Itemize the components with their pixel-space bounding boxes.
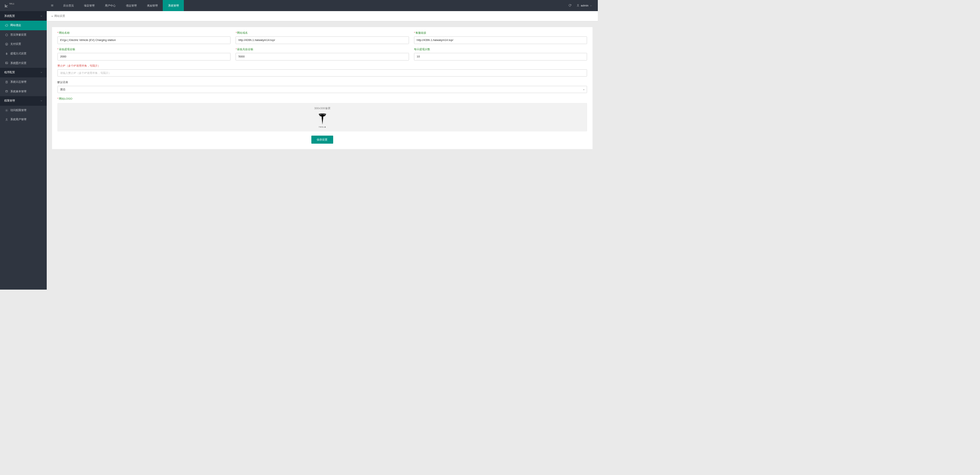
svg-point-3 xyxy=(578,5,579,6)
sidebar-group-program-config[interactable]: 程序配置 xyxy=(0,68,47,77)
nav-user[interactable]: 用户中心 xyxy=(100,0,121,11)
input-ban-ip[interactable] xyxy=(57,69,587,77)
sidebar-item-payment[interactable]: 支付设置 xyxy=(0,39,47,49)
label-logo: 网站LOGO xyxy=(59,97,72,100)
chevron-down-icon xyxy=(40,100,43,102)
sidebar-item-system-log[interactable]: 系统日志管理 xyxy=(0,77,47,87)
user-name: admin xyxy=(581,4,589,7)
label-site-name: 网站名称 xyxy=(59,31,70,34)
label-min-deposit: 最低充值金额 xyxy=(237,48,253,51)
settings-card: *网站名称 *网站域名 *客服链接 *最低提现金额 xyxy=(52,27,592,149)
label-ban-ip-hint: （多个IP请用半角，号隔开） xyxy=(65,64,100,67)
svg-rect-11 xyxy=(6,90,8,92)
sidebar-item-access-permission[interactable]: 访问权限管理 xyxy=(0,106,47,115)
nav-project[interactable]: 项目管理 xyxy=(79,0,100,11)
document-icon xyxy=(5,80,8,84)
svg-rect-8 xyxy=(6,81,8,83)
svg-rect-6 xyxy=(6,62,8,64)
select-lang[interactable]: 英语 ▾ xyxy=(57,86,587,93)
circle-icon xyxy=(5,33,8,37)
label-lang: 默认语言 xyxy=(57,80,68,84)
sidebar-group-permission[interactable]: 权限管理 xyxy=(0,96,47,106)
sidebar-item-popup[interactable]: 首页弹窗设置 xyxy=(0,30,47,40)
cloud-icon xyxy=(5,24,8,27)
breadcrumb: » 网站设置 xyxy=(47,11,598,21)
breadcrumb-sep: » xyxy=(51,15,53,18)
label-daily-withdraw: 每日提现次数 xyxy=(414,48,430,51)
user-menu[interactable]: admin xyxy=(576,4,592,7)
svg-point-14 xyxy=(6,119,7,120)
brand-version: TP5.3 xyxy=(9,3,14,5)
sidebar-item-site-info[interactable]: 网站信息 xyxy=(0,21,47,30)
top-nav: 后台首页 项目管理 用户中心 信息管理 奖励管理 系统管理 xyxy=(58,0,184,11)
sidebar-item-system-user[interactable]: 系统用户管理 xyxy=(0,115,47,124)
brand-name: lc xyxy=(5,3,8,8)
chevron-down-icon xyxy=(590,5,592,7)
select-lang-value: 英语 xyxy=(60,88,65,92)
nav-reward[interactable]: 奖励管理 xyxy=(142,0,163,11)
bitcoin-icon xyxy=(5,52,8,56)
user-icon xyxy=(576,4,580,7)
label-min-withdraw: 最低提现金额 xyxy=(59,48,75,51)
chevron-down-icon xyxy=(40,15,43,17)
save-button[interactable]: 保存设置 xyxy=(311,136,333,144)
chevron-down-icon: ▾ xyxy=(583,88,584,91)
input-min-deposit[interactable] xyxy=(236,53,409,61)
sidebar-item-system-image[interactable]: 系统图片设置 xyxy=(0,58,47,68)
nav-system[interactable]: 系统管理 xyxy=(163,0,184,11)
svg-point-13 xyxy=(7,110,7,111)
label-ban-ip: 禁止IP xyxy=(57,64,65,67)
logo-upload-area: 300x300像素 TESLA xyxy=(57,103,587,131)
yen-icon xyxy=(5,43,8,46)
input-site-name[interactable] xyxy=(57,36,231,44)
sidebar: 系统配置 网站信息 首页弹窗设置 支付设置 提现方式设置 系统图片设置 程序配置 xyxy=(0,11,47,290)
brand-logo: lc TP5.3 xyxy=(0,3,47,8)
input-min-withdraw[interactable] xyxy=(57,53,231,61)
sidebar-item-system-menu[interactable]: 系统菜单管理 xyxy=(0,87,47,96)
gear-icon xyxy=(5,109,8,112)
logo-size-hint: 300x300像素 xyxy=(314,106,330,110)
calendar-icon xyxy=(5,90,8,93)
image-icon xyxy=(5,61,8,65)
input-daily-withdraw[interactable] xyxy=(414,53,587,61)
sidebar-item-withdraw-method[interactable]: 提现方式设置 xyxy=(0,49,47,59)
chevron-down-icon xyxy=(40,71,43,74)
label-site-domain: 网站域名 xyxy=(237,31,248,34)
nav-info[interactable]: 信息管理 xyxy=(121,0,142,11)
user-icon xyxy=(5,118,8,121)
sidebar-group-system-config[interactable]: 系统配置 xyxy=(0,11,47,21)
logo-image[interactable]: TESLA xyxy=(314,111,331,128)
sidebar-toggle-icon[interactable] xyxy=(47,4,58,7)
input-cs-link[interactable] xyxy=(414,36,587,44)
label-cs-link: 客服链接 xyxy=(416,31,426,34)
nav-home[interactable]: 后台首页 xyxy=(58,0,79,11)
input-site-domain[interactable] xyxy=(236,36,409,44)
breadcrumb-current: 网站设置 xyxy=(54,14,65,18)
logo-text: TESLA xyxy=(319,126,326,128)
svg-point-4 xyxy=(6,34,8,36)
refresh-icon[interactable] xyxy=(568,4,572,7)
